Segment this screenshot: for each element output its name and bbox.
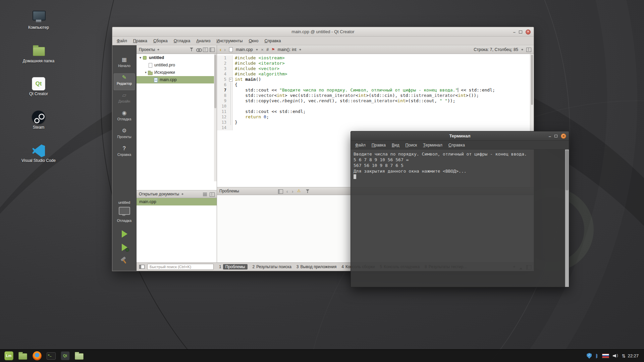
line-number: 13: [217, 120, 228, 125]
menu-item[interactable]: Файл: [114, 38, 130, 44]
split-pane-icon[interactable]: [203, 47, 208, 52]
tray-network[interactable]: [622, 352, 626, 360]
close-pane-icon[interactable]: [210, 47, 214, 52]
output-pane-tab-3[interactable]: 3Вывод приложения: [297, 264, 336, 269]
taskbar-app-terminal[interactable]: [45, 350, 57, 362]
menu-item[interactable]: Правка: [130, 38, 150, 44]
next-item-icon[interactable]: ›: [292, 189, 293, 194]
tree-item[interactable]: untitled: [137, 54, 214, 61]
run-debug-button[interactable]: [122, 244, 127, 251]
projects-scrollbar[interactable]: [214, 54, 217, 181]
bookmark-flag-icon[interactable]: [271, 47, 275, 52]
desktop-icon-vscode[interactable]: Visual Studio Code: [18, 143, 59, 163]
fold-marker-icon[interactable]: [228, 77, 233, 82]
categorize-icon[interactable]: [278, 189, 283, 193]
menu-item[interactable]: Сборка: [150, 38, 171, 44]
maximize-button[interactable]: [519, 31, 522, 34]
close-document-button[interactable]: [261, 47, 264, 52]
run-button[interactable]: [122, 230, 127, 238]
projects-pane-title[interactable]: Проекты: [139, 47, 155, 52]
tree-item[interactable]: Исходники: [137, 69, 214, 76]
taskbar-app-filemanager[interactable]: [73, 350, 85, 362]
output-pane-tab-2[interactable]: 2Результаты поиска: [253, 264, 291, 269]
desktop-icon-steam[interactable]: Steam: [18, 110, 59, 130]
desktop-icon-computer[interactable]: Компьютер: [18, 9, 59, 30]
fold-margin: [228, 71, 233, 77]
symbol-dropdown[interactable]: main(): int: [278, 47, 297, 52]
tree-item[interactable]: main.cpp: [137, 76, 214, 83]
desktop-icon-qtcreator[interactable]: Qt Creator: [18, 76, 59, 96]
open-document-item[interactable]: main.cpp: [137, 198, 217, 205]
encoding-dropdown-arrows-icon[interactable]: [521, 48, 524, 52]
tray-bluetooth[interactable]: [595, 352, 598, 360]
mode-welcome[interactable]: Начало: [114, 56, 135, 72]
flag-icon: [602, 354, 609, 358]
files-icon: [18, 353, 27, 360]
terminal-window: Терминал ФайлПравкаВидПоискТерминалСправ…: [351, 131, 569, 287]
taskbar-app-qtcreator[interactable]: [59, 350, 71, 362]
mode-projects[interactable]: Проекты: [114, 127, 135, 143]
warning-filter-icon[interactable]: [297, 189, 302, 193]
close-button[interactable]: [526, 29, 531, 35]
output-pane-tab-1[interactable]: 1Проблемы: [219, 264, 248, 269]
tree-expander-icon[interactable]: [144, 71, 148, 74]
nav-forward-icon[interactable]: ›: [224, 47, 226, 52]
sort-documents-icon[interactable]: [203, 192, 208, 196]
kit-selector-button[interactable]: [118, 206, 131, 217]
tray-volume[interactable]: [613, 352, 618, 360]
desktop-icon-label: Домашняя папка: [18, 59, 59, 63]
nav-back-icon[interactable]: ‹: [220, 47, 221, 52]
menu-item[interactable]: Анализ: [193, 38, 213, 44]
taskbar-app-firefox[interactable]: [31, 350, 43, 362]
menu-item[interactable]: Правка: [369, 142, 389, 148]
menu-item[interactable]: Файл: [352, 142, 369, 148]
document-dropdown-arrows-icon[interactable]: [256, 48, 258, 52]
split-pane-icon[interactable]: [210, 192, 214, 196]
terminal-content[interactable]: Вводите числа по порядку. Символ, отличн…: [351, 149, 565, 287]
terminal-close-button[interactable]: [561, 133, 566, 139]
terminal-maximize-button[interactable]: [554, 135, 557, 137]
terminal-titlebar[interactable]: Терминал: [351, 131, 569, 141]
split-editor-icon[interactable]: [526, 47, 531, 52]
terminal-minimize-button[interactable]: [549, 133, 551, 139]
tree-item[interactable]: untitled.pro: [137, 61, 214, 69]
menu-item[interactable]: Отладка: [171, 38, 193, 44]
filter-icon[interactable]: [190, 47, 194, 52]
menu-item[interactable]: Инструменты: [213, 38, 246, 44]
line-number: 9: [217, 98, 228, 104]
sync-with-editor-icon[interactable]: [196, 47, 201, 52]
minimize-button[interactable]: [513, 29, 516, 35]
overview-symbol-button[interactable]: #: [266, 47, 269, 52]
tree-expander-icon[interactable]: [139, 56, 142, 59]
pane-selector-arrows-icon[interactable]: [181, 192, 184, 196]
code-text: std::copy(vec.rbegin(), vec.rend(), std:…: [233, 98, 455, 104]
desktop-icon-home[interactable]: Домашняя папка: [18, 43, 59, 63]
locator-search-input[interactable]: [147, 264, 214, 270]
terminal-scrollbar[interactable]: [565, 149, 569, 287]
clock[interactable]: 22:27: [628, 353, 639, 358]
open-documents-title[interactable]: Открытые документы: [139, 192, 179, 196]
menu-item[interactable]: Терминал: [420, 142, 445, 148]
pane-selector-arrows-icon[interactable]: [157, 48, 160, 52]
symbol-dropdown-arrows-icon[interactable]: [299, 48, 302, 52]
mode-edit[interactable]: Редактор: [114, 73, 135, 90]
code-token: #include: [235, 55, 258, 60]
open-document-dropdown[interactable]: main.cpp: [236, 47, 253, 52]
menu-item[interactable]: Окно: [246, 38, 261, 44]
mode-help[interactable]: Справка: [114, 144, 135, 161]
qtcreator-titlebar[interactable]: main.cpp @ untitled - Qt Creator: [112, 27, 534, 37]
menu-item[interactable]: Вид: [389, 142, 402, 148]
tray-flag[interactable]: [602, 352, 609, 360]
mode-debug[interactable]: Отладка: [114, 109, 135, 126]
sidebar-toggle-icon[interactable]: [139, 265, 145, 269]
build-button[interactable]: [120, 256, 128, 264]
prev-item-icon[interactable]: ‹: [286, 189, 288, 194]
system-tray: [587, 352, 626, 360]
taskbar-app-files[interactable]: [17, 350, 29, 362]
menu-item[interactable]: Поиск: [402, 142, 420, 148]
problems-filter-icon[interactable]: [306, 189, 310, 193]
taskbar-app-menu[interactable]: [3, 350, 15, 362]
menu-item[interactable]: Справка: [445, 142, 468, 148]
menu-item[interactable]: Справка: [261, 38, 284, 44]
tray-shield[interactable]: [587, 352, 592, 360]
